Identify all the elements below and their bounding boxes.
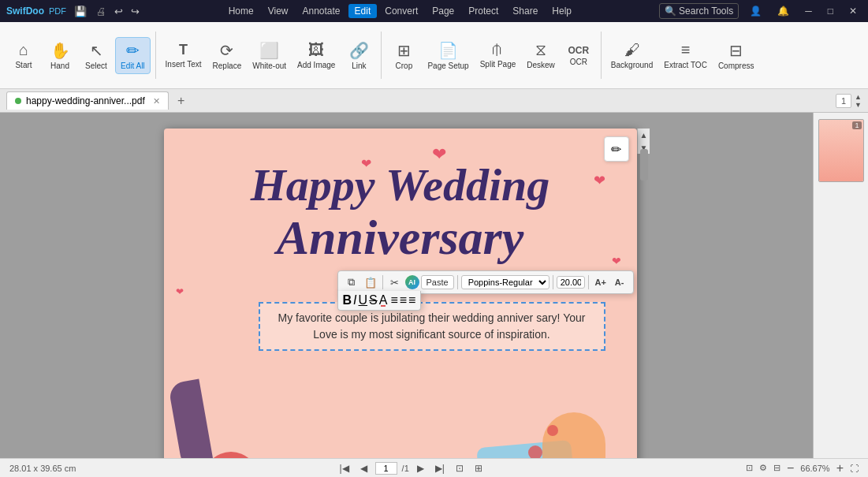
fullscreen-btn[interactable]: ⛶	[850, 464, 859, 473]
bell-icon[interactable]: 🔔	[773, 4, 794, 18]
ribbon-page-setup[interactable]: 📄 Page Setup	[423, 38, 473, 73]
ribbon-replace[interactable]: ⟳ Replace	[208, 38, 247, 73]
prev-page-btn[interactable]: ◀	[357, 462, 371, 475]
ribbon: ⌂ Start ✋ Hand ↖ Select ✏ Edit All T Ins…	[0, 22, 868, 89]
ribbon-split-page[interactable]: ⫛ Split Page	[475, 39, 521, 72]
font-shrink-btn[interactable]: A-	[611, 274, 628, 291]
ai-btn[interactable]: AI	[405, 275, 419, 289]
pdf-title-line1: Happy Wedding	[188, 160, 613, 211]
last-page-btn[interactable]: ▶|	[432, 462, 448, 475]
fit-width-btn[interactable]: ⊞	[471, 462, 486, 475]
paste-btn[interactable]: Paste	[421, 275, 454, 289]
ribbon-insert-text[interactable]: T Insert Text	[161, 39, 207, 72]
clipboard-btn[interactable]: 📋	[362, 274, 379, 291]
menu-convert[interactable]: Convert	[378, 4, 424, 18]
scroll-thumb[interactable]	[640, 149, 648, 181]
extract-toc-label: Extract TOC	[664, 61, 707, 69]
zoom-level: 66.67%	[800, 464, 829, 473]
font-color-btn[interactable]: A	[379, 293, 388, 307]
bold-btn[interactable]: B	[343, 293, 352, 307]
ribbon-deskew[interactable]: ⧖ Deskew	[522, 38, 560, 73]
next-page-btn[interactable]: ▶	[414, 462, 427, 475]
ribbon-content: ⌂ Start ✋ Hand ↖ Select ✏ Edit All T Ins…	[0, 22, 868, 88]
settings-icon[interactable]: ⚙	[759, 463, 767, 473]
tab-close-icon[interactable]: ✕	[153, 96, 160, 106]
divider-1	[155, 32, 156, 79]
user-icon[interactable]: 👤	[745, 4, 766, 18]
menu-share[interactable]: Share	[506, 4, 544, 18]
ribbon-extract-toc[interactable]: ≡ Extract TOC	[659, 38, 712, 73]
titlebar: SwifDoo PDF 💾 🖨 ↩ ↪ Home View Annotate E…	[0, 0, 868, 22]
ribbon-crop[interactable]: ⊞ Crop	[386, 38, 421, 73]
undo-icon[interactable]: ↩	[114, 6, 123, 17]
screenshot-icon[interactable]: ⊟	[773, 463, 780, 473]
float-toolbar-row2: B I U S A ≡ ≡ ≡	[337, 291, 422, 311]
toolbar-divider-1	[382, 275, 383, 289]
link-icon: 🔗	[349, 41, 369, 60]
cut-btn[interactable]: ✂	[386, 274, 404, 291]
background-icon: 🖌	[624, 41, 640, 59]
redo-icon[interactable]: ↪	[131, 6, 140, 17]
font-size-input[interactable]	[557, 276, 585, 289]
menu-protect[interactable]: Protect	[462, 4, 505, 18]
right-scrollbar: ▲ ▼	[637, 129, 650, 154]
ribbon-select[interactable]: ↖ Select	[79, 38, 114, 73]
ribbon-white-out[interactable]: ⬜ White-out	[248, 38, 291, 73]
align-center-btn[interactable]: ≡	[400, 293, 407, 307]
titlebar-left: SwifDoo PDF 💾 🖨 ↩ ↪	[6, 6, 141, 17]
print-icon[interactable]: 🖨	[96, 6, 106, 17]
menu-view[interactable]: View	[262, 4, 295, 18]
zoom-fit-icon[interactable]: ⊡	[746, 463, 753, 473]
page-input[interactable]	[375, 462, 397, 475]
insert-text-label: Insert Text	[166, 60, 202, 69]
ribbon-ocr[interactable]: OCR OCR	[561, 42, 596, 69]
fit-page-btn[interactable]: ⊡	[453, 462, 467, 475]
close-btn[interactable]: ✕	[844, 4, 862, 18]
thumb-num-1: 1	[852, 121, 861, 129]
toolbar-divider-3	[553, 275, 553, 289]
scroll-up-arrow[interactable]: ▲	[855, 93, 862, 101]
menu-page[interactable]: Page	[426, 4, 460, 18]
search-tools[interactable]: 🔍 Search Tools	[659, 3, 739, 19]
thumbnail-1[interactable]: 1	[818, 119, 864, 182]
zoom-in-btn[interactable]: +	[836, 461, 844, 475]
italic-btn[interactable]: I	[353, 293, 356, 307]
menu-home[interactable]: Home	[222, 4, 260, 18]
scroll-up-btn[interactable]: ▲	[638, 129, 650, 141]
scroll-down-arrow[interactable]: ▼	[855, 101, 862, 109]
background-label: Background	[611, 61, 653, 69]
new-tab-btn[interactable]: +	[172, 91, 191, 110]
minimize-btn[interactable]: ─	[800, 4, 817, 18]
add-image-label: Add Image	[297, 61, 335, 69]
first-page-btn[interactable]: |◀	[336, 462, 352, 475]
ribbon-add-image[interactable]: 🖼 Add Image	[292, 38, 340, 73]
zoom-out-btn[interactable]: −	[787, 461, 794, 475]
align-left-btn[interactable]: ≡	[390, 293, 397, 307]
file-tab[interactable]: happy-wedding-anniver...pdf ✕	[6, 91, 169, 110]
copy-btn[interactable]: ⧉	[343, 274, 360, 291]
ribbon-compress[interactable]: ⊟ Compress	[713, 38, 759, 73]
ribbon-edit-all[interactable]: ✏ Edit All	[115, 37, 151, 74]
save-icon[interactable]: 💾	[74, 6, 87, 17]
menu-edit[interactable]: Edit	[348, 4, 378, 18]
toolbar-divider-2	[457, 275, 458, 289]
maximize-btn[interactable]: □	[823, 4, 838, 18]
ribbon-link[interactable]: 🔗 Link	[341, 38, 376, 73]
menu-annotate[interactable]: Annotate	[296, 4, 347, 18]
underline-btn[interactable]: U	[359, 293, 368, 307]
ocr-icon: OCR	[568, 45, 590, 56]
statusbar-dimensions: 28.01 x 39.65 cm	[9, 464, 76, 473]
strikethrough-btn[interactable]: S	[369, 293, 378, 307]
compress-label: Compress	[718, 61, 754, 70]
edit-float-btn[interactable]: ✏	[604, 136, 629, 162]
tab-label: happy-wedding-anniver...pdf	[26, 95, 145, 106]
font-name-select[interactable]: Poppins-Regular	[461, 275, 549, 289]
statusbar-zoom: ⊡ ⚙ ⊟ − 66.67% + ⛶	[746, 461, 859, 475]
menu-help[interactable]: Help	[546, 4, 578, 18]
ribbon-hand[interactable]: ✋ Hand	[43, 38, 77, 73]
ribbon-start[interactable]: ⌂ Start	[6, 38, 41, 73]
ribbon-background[interactable]: 🖌 Background	[606, 38, 658, 73]
font-grow-btn[interactable]: A+	[592, 274, 609, 291]
align-right-btn[interactable]: ≡	[408, 293, 415, 307]
text-selection-box[interactable]: My favorite couple is jubilating their w…	[259, 302, 605, 351]
